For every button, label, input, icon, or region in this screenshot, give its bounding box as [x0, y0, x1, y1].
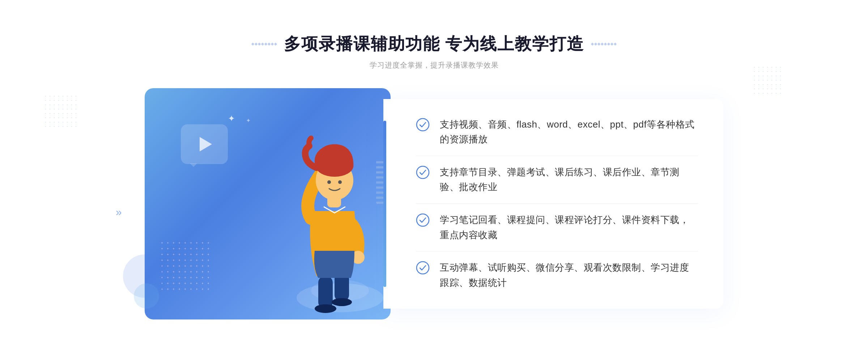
check-icon-4 [416, 261, 430, 275]
subtitle-text: 学习进度全掌握，提升录播课教学效果 [252, 60, 617, 70]
divider-3 [416, 251, 698, 252]
page-container: 多项录播课辅助功能 专为线上教学打造 学习进度全掌握，提升录播课教学效果 ✦ ✦… [0, 0, 868, 352]
divider-2 [416, 203, 698, 204]
check-icon-3 [416, 213, 430, 227]
main-title: 多项录播课辅助功能 专为线上教学打造 [252, 33, 617, 55]
panel-accent-bar [383, 121, 386, 287]
feature-item-3: 学习笔记回看、课程提问、课程评论打分、课件资料下载，重点内容收藏 [416, 213, 698, 242]
circle-decoration-2 [134, 283, 159, 309]
feature-text-4: 互动弹幕、试听购买、微信分享、观看次数限制、学习进度跟踪、数据统计 [440, 260, 698, 290]
content-area: ✦ ✦ » [145, 88, 723, 319]
feature-item-2: 支持章节目录、弹题考试、课后练习、课后作业、章节测验、批改作业 [416, 165, 698, 195]
header-section: 多项录播课辅助功能 专为线上教学打造 学习进度全掌握，提升录播课教学效果 [252, 33, 617, 70]
check-icon-2 [416, 166, 430, 179]
sparkle-2: ✦ [246, 117, 251, 124]
svg-point-15 [417, 214, 429, 226]
svg-point-14 [417, 166, 429, 179]
check-icon-1 [416, 118, 430, 132]
title-deco-left [252, 43, 277, 45]
dots-decoration-left [43, 94, 80, 130]
play-icon [200, 137, 212, 151]
sparkle-1: ✦ [228, 113, 235, 124]
feature-text-1: 支持视频、音频、flash、word、excel、ppt、pdf等各种格式的资源… [440, 117, 698, 147]
illustration-card: ✦ ✦ » [145, 88, 391, 319]
feature-item-1: 支持视频、音频、flash、word、excel、ppt、pdf等各种格式的资源… [416, 117, 698, 147]
divider-1 [416, 156, 698, 156]
svg-point-16 [417, 262, 429, 274]
svg-point-5 [332, 298, 352, 306]
title-deco-right [591, 43, 616, 45]
svg-point-13 [417, 119, 429, 131]
feature-text-2: 支持章节目录、弹题考试、课后练习、课后作业、章节测验、批改作业 [440, 165, 698, 195]
left-chevron-icon: » [116, 206, 122, 218]
feature-item-4: 互动弹幕、试听购买、微信分享、观看次数限制、学习进度跟踪、数据统计 [416, 260, 698, 290]
title-text: 多项录播课辅助功能 专为线上教学打造 [284, 33, 584, 55]
play-bubble [181, 124, 228, 164]
feature-text-3: 学习笔记回看、课程提问、课程评论打分、课件资料下载，重点内容收藏 [440, 213, 698, 242]
svg-point-12 [338, 180, 342, 184]
illustration-dots [159, 240, 210, 291]
person-illustration [278, 110, 401, 319]
svg-point-4 [315, 304, 336, 313]
features-panel: 支持视频、音频、flash、word、excel、ppt、pdf等各种格式的资源… [383, 99, 723, 309]
svg-rect-2 [318, 276, 333, 309]
dots-decoration-right [752, 65, 781, 94]
svg-point-11 [327, 180, 331, 184]
